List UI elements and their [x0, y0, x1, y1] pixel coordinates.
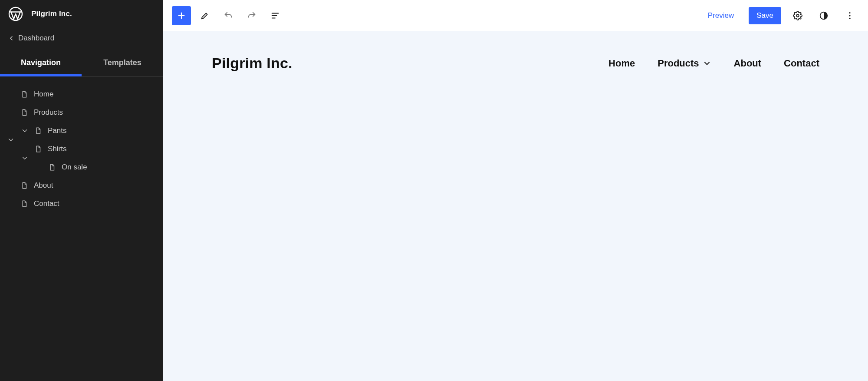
plus-icon — [177, 11, 186, 20]
redo-button[interactable] — [242, 6, 261, 25]
tools-button[interactable] — [195, 6, 214, 25]
editor-main: Preview Save Pilgrim Inc. Home — [163, 0, 868, 381]
gear-icon — [793, 11, 802, 20]
site-header-block[interactable]: Pilgrim Inc. Home Products About Contact — [212, 55, 819, 72]
page-icon — [20, 109, 29, 116]
nav-item-label: About — [34, 181, 53, 190]
page-icon — [34, 145, 43, 153]
page-icon — [20, 182, 29, 189]
toolbar-left — [172, 6, 285, 25]
tab-navigation[interactable]: Navigation — [0, 49, 82, 76]
undo-button[interactable] — [219, 6, 238, 25]
sidebar-header: Pilgrim Inc. — [0, 0, 163, 28]
nav-item-label: Products — [34, 108, 63, 117]
wordpress-logo-icon[interactable] — [8, 6, 23, 22]
app-sidebar: Pilgrim Inc. Dashboard Navigation Templa… — [0, 0, 163, 381]
preview-label: Preview — [708, 11, 734, 20]
list-view-button[interactable] — [266, 6, 285, 25]
settings-button[interactable] — [788, 6, 807, 25]
navlink-label: Home — [608, 58, 635, 69]
site-name: Pilgrim Inc. — [31, 10, 72, 18]
navlink-home[interactable]: Home — [608, 58, 635, 69]
back-to-dashboard[interactable]: Dashboard — [0, 28, 163, 49]
site-title[interactable]: Pilgrim Inc. — [212, 55, 293, 72]
nav-item-contact[interactable]: Contact — [3, 195, 160, 213]
tab-templates[interactable]: Templates — [82, 49, 163, 76]
tab-navigation-label: Navigation — [21, 58, 61, 67]
svg-point-9 — [849, 15, 850, 16]
navlink-contact[interactable]: Contact — [784, 58, 819, 69]
navlink-label: Contact — [784, 58, 819, 69]
chevron-down-icon — [703, 59, 711, 68]
save-label: Save — [756, 11, 773, 20]
nav-item-products[interactable]: Products — [3, 103, 160, 122]
more-vertical-icon — [845, 11, 855, 20]
more-options-button[interactable] — [840, 6, 859, 25]
preview-button[interactable]: Preview — [700, 7, 742, 24]
back-label: Dashboard — [18, 34, 54, 43]
page-icon — [34, 127, 43, 135]
undo-icon — [224, 11, 233, 20]
nav-item-label: Home — [34, 90, 53, 99]
save-button[interactable]: Save — [749, 7, 781, 24]
editor-canvas[interactable]: Pilgrim Inc. Home Products About Contact — [163, 31, 868, 381]
navlink-label: About — [734, 58, 762, 69]
half-circle-icon — [819, 11, 829, 20]
nav-item-label: Shirts — [48, 145, 66, 153]
page-icon — [48, 163, 56, 171]
navlink-about[interactable]: About — [734, 58, 762, 69]
chevron-down-icon[interactable] — [17, 127, 32, 135]
sidebar-tabs: Navigation Templates — [0, 49, 163, 76]
navigation-tree: Home Products — [0, 76, 163, 381]
svg-point-8 — [849, 12, 850, 13]
navlink-products[interactable]: Products — [658, 58, 711, 69]
page-icon — [20, 90, 29, 98]
svg-point-10 — [849, 17, 850, 19]
chevron-left-icon — [8, 35, 15, 42]
nav-item-label: Contact — [34, 199, 59, 208]
nav-item-about[interactable]: About — [3, 176, 160, 195]
page-icon — [20, 200, 29, 208]
site-navigation-block[interactable]: Home Products About Contact — [608, 58, 819, 69]
styles-button[interactable] — [814, 6, 833, 25]
tab-templates-label: Templates — [103, 58, 141, 67]
navlink-label: Products — [658, 58, 699, 69]
nav-item-label: On sale — [62, 163, 87, 172]
editor-toolbar: Preview Save — [163, 0, 868, 31]
nav-item-on-sale[interactable]: On sale — [3, 158, 160, 176]
nav-item-home[interactable]: Home — [3, 85, 160, 103]
nav-item-label: Pants — [48, 126, 66, 135]
redo-icon — [247, 11, 256, 20]
add-block-button[interactable] — [172, 6, 191, 25]
pencil-icon — [200, 11, 210, 20]
list-view-icon — [270, 11, 280, 20]
svg-point-6 — [796, 14, 799, 17]
